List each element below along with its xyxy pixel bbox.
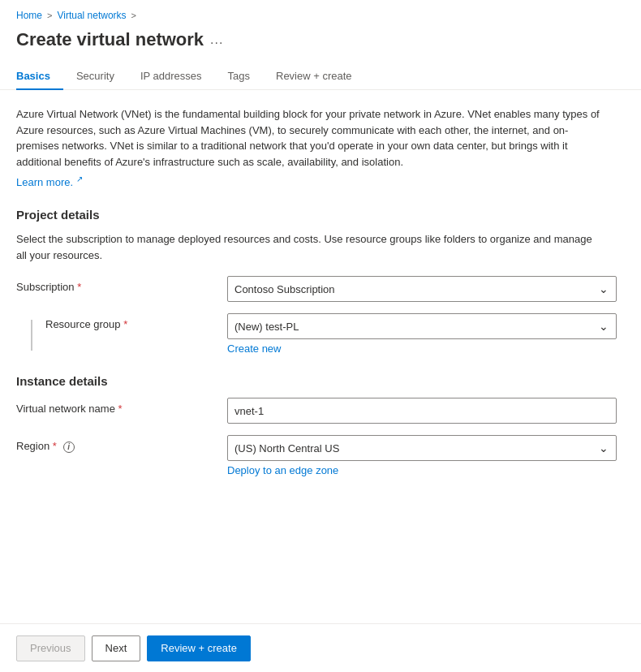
resource-group-row: Resource group * (New) test-PL Create ne… (16, 313, 625, 355)
subscription-select[interactable]: Contoso Subscription (227, 276, 617, 302)
tabs-bar: Basics Security IP addresses Tags Review… (0, 63, 641, 90)
external-link-icon: ↗ (76, 174, 83, 183)
learn-more-link[interactable]: Learn more. ↗ (16, 176, 83, 188)
previous-button[interactable]: Previous (16, 635, 85, 661)
instance-details-title: Instance details (16, 374, 625, 388)
page-header: Create virtual network ... (0, 26, 641, 63)
tab-ip-addresses[interactable]: IP addresses (127, 63, 215, 90)
review-create-button[interactable]: Review + create (147, 635, 251, 661)
breadcrumb-home[interactable]: Home (16, 10, 42, 21)
create-new-link[interactable]: Create new (227, 342, 281, 355)
breadcrumb-vnet-link[interactable]: Virtual networks (57, 10, 126, 21)
resource-group-required: * (123, 318, 127, 330)
region-info-icon[interactable]: i (63, 442, 75, 453)
main-content: Azure Virtual Network (VNet) is the fund… (0, 90, 641, 476)
region-select-wrapper: (US) North Central US (227, 435, 617, 461)
subscription-required: * (77, 281, 81, 293)
next-button[interactable]: Next (92, 635, 141, 661)
region-row: Region * i (US) North Central US Deploy … (16, 435, 625, 476)
subscription-row: Subscription * Contoso Subscription (16, 276, 625, 302)
resource-group-select[interactable]: (New) test-PL (227, 313, 617, 339)
project-details-section: Project details Select the subscription … (16, 208, 625, 355)
subscription-select-wrapper: Contoso Subscription (227, 276, 617, 302)
region-select[interactable]: (US) North Central US (227, 435, 617, 461)
page-title: Create virtual network (16, 29, 204, 50)
vnet-name-label: Virtual network name * (16, 403, 123, 415)
tab-tags[interactable]: Tags (215, 63, 263, 90)
project-details-desc: Select the subscription to manage deploy… (16, 231, 600, 263)
page-title-ellipsis[interactable]: ... (210, 32, 223, 47)
footer-bar: Previous Next Review + create (0, 623, 641, 672)
instance-details-section: Instance details Virtual network name * (16, 374, 625, 476)
deploy-edge-link[interactable]: Deploy to an edge zone (227, 464, 338, 476)
breadcrumb: Home > Virtual networks > (0, 0, 641, 26)
vnet-name-input[interactable] (227, 398, 617, 424)
vnet-description: Azure Virtual Network (VNet) is the fund… (16, 106, 600, 170)
subscription-label: Subscription * (16, 281, 81, 293)
project-details-title: Project details (16, 208, 625, 222)
vnet-name-row: Virtual network name * (16, 398, 625, 424)
tab-security[interactable]: Security (63, 63, 127, 90)
vnet-name-required: * (118, 403, 123, 415)
resource-group-label: Resource group * (45, 318, 127, 330)
region-required: * (53, 440, 57, 452)
breadcrumb-sep-1: > (47, 11, 52, 20)
breadcrumb-sep-2: > (131, 11, 136, 20)
region-label: Region * i (16, 440, 75, 452)
rg-indent-line (31, 320, 32, 351)
tab-review-create[interactable]: Review + create (263, 63, 365, 90)
tab-basics[interactable]: Basics (16, 63, 63, 90)
resource-group-select-wrapper: (New) test-PL (227, 313, 617, 339)
